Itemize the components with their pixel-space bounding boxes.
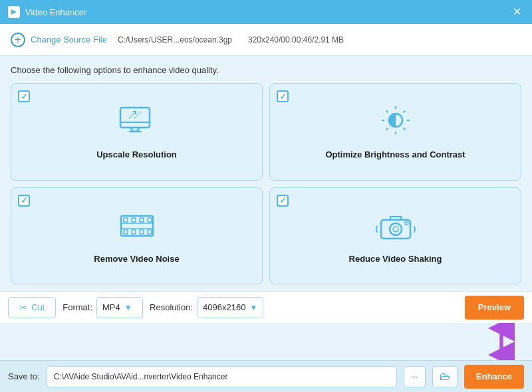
bottom-toolbar: ✂ Cut Format: MP4 ▼ Resolution: 4096x216… bbox=[0, 291, 532, 323]
svg-point-30 bbox=[393, 227, 398, 232]
svg-rect-20 bbox=[140, 218, 144, 222]
save-dots-button[interactable]: ··· bbox=[404, 366, 426, 387]
enhance-button[interactable]: Enhance bbox=[464, 365, 524, 389]
filmstrip-icon bbox=[117, 208, 157, 247]
save-path-display: C:\AVAide Studio\AVAid...nverter\Video E… bbox=[47, 366, 397, 387]
svg-line-14 bbox=[403, 128, 405, 130]
svg-line-13 bbox=[386, 111, 388, 113]
options-grid: Upscale Resolution bbox=[11, 83, 521, 284]
app-icon bbox=[8, 6, 20, 18]
resolution-value: 4096x2160 bbox=[203, 302, 245, 312]
checkbox-upscale[interactable] bbox=[18, 90, 30, 102]
svg-rect-25 bbox=[148, 230, 152, 234]
svg-rect-22 bbox=[124, 230, 128, 234]
resolution-chevron-icon: ▼ bbox=[249, 303, 257, 312]
option-brightness-label: Optimize Brightness and Contrast bbox=[325, 149, 465, 159]
close-button[interactable]: ✕ bbox=[510, 5, 524, 19]
format-group: Format: MP4 ▼ bbox=[63, 297, 143, 318]
save-bar: Save to: C:\AVAide Studio\AVAid...nverte… bbox=[0, 360, 532, 392]
svg-rect-19 bbox=[132, 218, 136, 222]
svg-rect-17 bbox=[121, 216, 153, 236]
change-source-button[interactable]: + Change Source File bbox=[11, 33, 107, 47]
save-label: Save to: bbox=[8, 371, 40, 381]
title-bar-left: Video Enhancer bbox=[8, 6, 86, 18]
source-bar: + Change Source File C:/Users/USER...eos… bbox=[0, 24, 532, 56]
format-chevron-icon: ▼ bbox=[124, 303, 132, 312]
checkbox-brightness[interactable] bbox=[277, 90, 289, 102]
title-bar-title: Video Enhancer bbox=[25, 7, 86, 17]
svg-line-16 bbox=[386, 128, 388, 130]
format-select[interactable]: MP4 ▼ bbox=[96, 297, 143, 318]
main-content: Choose the following options to enhance … bbox=[0, 56, 532, 291]
svg-rect-18 bbox=[124, 218, 128, 222]
svg-rect-31 bbox=[405, 222, 408, 225]
checkbox-noise[interactable] bbox=[18, 195, 30, 207]
resolution-select[interactable]: 4096x2160 ▼ bbox=[197, 297, 263, 318]
svg-line-15 bbox=[403, 111, 405, 113]
arrow-icon bbox=[481, 323, 521, 360]
add-icon: + bbox=[11, 33, 25, 47]
option-upscale-label: Upscale Resolution bbox=[96, 149, 177, 159]
scissors-icon: ✂ bbox=[19, 302, 27, 313]
monitor-icon bbox=[117, 104, 157, 143]
preview-button[interactable]: Preview bbox=[465, 296, 524, 320]
brightness-icon bbox=[376, 104, 416, 143]
option-noise-label: Remove Video Noise bbox=[94, 254, 179, 264]
change-source-label: Change Source File bbox=[31, 35, 107, 45]
option-noise[interactable]: Remove Video Noise bbox=[11, 187, 263, 285]
camera-icon bbox=[376, 208, 416, 247]
source-file-details: 320x240/00:00:46/2.91 MB bbox=[248, 35, 344, 45]
cut-label: Cut bbox=[31, 302, 45, 312]
format-label: Format: bbox=[63, 302, 92, 312]
option-shaking-label: Reduce Video Shaking bbox=[349, 254, 442, 264]
subtitle: Choose the following options to enhance … bbox=[11, 65, 521, 75]
resolution-label: Resolution: bbox=[150, 302, 193, 312]
resolution-group: Resolution: 4096x2160 ▼ bbox=[150, 297, 263, 318]
save-folder-button[interactable]: 🗁 bbox=[432, 366, 458, 387]
checkbox-shaking[interactable] bbox=[277, 195, 289, 207]
option-shaking[interactable]: Reduce Video Shaking bbox=[269, 187, 521, 285]
option-upscale[interactable]: Upscale Resolution bbox=[11, 83, 263, 181]
option-brightness[interactable]: Optimize Brightness and Contrast bbox=[269, 83, 521, 181]
svg-rect-24 bbox=[140, 230, 144, 234]
source-file-path: C:/Users/USER...eos/ocean.3gp bbox=[118, 35, 232, 45]
arrow-annotation bbox=[0, 323, 532, 360]
folder-icon: 🗁 bbox=[440, 371, 450, 383]
format-value: MP4 bbox=[102, 302, 120, 312]
svg-rect-21 bbox=[148, 218, 152, 222]
svg-point-29 bbox=[390, 223, 402, 235]
save-path-text: C:\AVAide Studio\AVAid...nverter\Video E… bbox=[54, 372, 228, 381]
svg-marker-0 bbox=[11, 9, 17, 15]
svg-rect-23 bbox=[132, 230, 136, 234]
title-bar: Video Enhancer ✕ bbox=[0, 0, 532, 24]
cut-button[interactable]: ✂ Cut bbox=[8, 297, 56, 318]
